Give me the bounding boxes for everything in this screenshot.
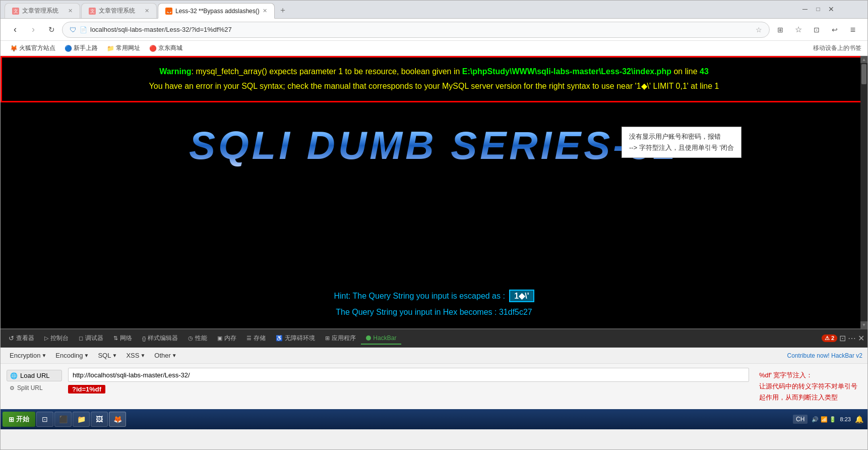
tab-favicon-1: 文 (12, 8, 19, 15)
reload-button[interactable]: ↻ (44, 22, 59, 37)
other-label: Other (154, 352, 171, 359)
hackbar-url-highlight-row: ?id=1%df (68, 385, 749, 393)
scroll-thumb[interactable] (861, 64, 866, 84)
forward-button[interactable]: › (26, 22, 41, 37)
hackbar-content: Encryption ▼ Encoding ▼ SQL ▼ XSS ▼ Othe… (1, 348, 867, 409)
bookmark-jd[interactable]: 🔴 京东商城 (146, 43, 186, 53)
devtools-tab-style[interactable]: {} 样式编辑器 (137, 332, 183, 345)
bookmark-label-1: 火狐官方站点 (19, 44, 55, 52)
start-button[interactable]: ⊞ 开始 (3, 412, 35, 427)
tab-label-2: 文章管理系统 (99, 7, 135, 15)
error-line1: Warning: mysql_fetch_array() expects par… (12, 65, 856, 79)
taskbar-btn-5[interactable]: 🦊 (109, 412, 126, 427)
hackbar-annotation: %df' 宽字节注入： 让源代码中的转义字符不对单引号 起作用，从而判断注入类型 (755, 368, 861, 405)
devtools-tab-debugger[interactable]: ◻ 调试器 (74, 332, 108, 345)
perf-icon: ◷ (188, 335, 193, 342)
load-url-label: Load URL (20, 372, 50, 379)
hackbar-menu-sql[interactable]: SQL ▼ (94, 350, 121, 361)
tab-label-3: Less-32 **Bypass addslashes() (175, 8, 260, 15)
bookmark-firefox[interactable]: 🦊 火狐官方站点 (7, 43, 59, 53)
hackbar-url-input[interactable] (68, 368, 749, 382)
devtools-close-btn[interactable]: ✕ (858, 333, 864, 343)
devtools-tab-perf[interactable]: ◷ 性能 (183, 332, 212, 345)
devtools-tab-hackbar[interactable]: HackBar (361, 332, 401, 345)
load-url-button[interactable]: 🌐 Load URL (7, 370, 62, 381)
shield-icon: 🛡 (70, 26, 77, 34)
scroll-up[interactable]: ▲ (860, 56, 867, 63)
new-tab-btn[interactable]: ＋ (276, 3, 290, 17)
style-icon: {} (142, 335, 146, 342)
scroll-down[interactable]: ▼ (860, 321, 867, 328)
bookmark-star-icon[interactable]: ☆ (756, 26, 762, 34)
taskbar-btn-3[interactable]: 📁 (73, 412, 90, 427)
hackbar-annotation-line1: %df' 宽字节注入： (759, 370, 857, 381)
tab-favicon-2: 文 (89, 8, 96, 15)
address-bar[interactable]: 🛡 📄 localhost/sqli-labs-master/Less-32/?… (62, 22, 770, 38)
hint-line2: The Query String you input in Hex become… (1, 304, 867, 320)
hackbar-menu-xss[interactable]: XSS ▼ (122, 350, 149, 361)
devtools-tab-console[interactable]: ▷ 控制台 (39, 332, 74, 345)
hackbar-dot-icon (366, 335, 371, 341)
qr-button[interactable]: ⊞ (773, 22, 788, 37)
tab-3-active[interactable]: 🦊 Less-32 **Bypass addslashes() ✕ (158, 3, 275, 19)
taskbar-notification[interactable]: 🔔 (855, 415, 863, 423)
back-button[interactable]: ‹ (8, 22, 23, 37)
devtools-right-controls: ⚠ 2 ⊡ ⋯ ✕ (822, 333, 864, 343)
split-url-button[interactable]: ⚙ Split URL (7, 383, 62, 392)
taskbar-btn-4[interactable]: 🖼 (91, 412, 108, 427)
taskbar-time: 8:23 (840, 416, 851, 423)
start-icon: ⊞ (9, 416, 14, 423)
bookmark-beginner[interactable]: 🔵 新手上路 (61, 43, 101, 53)
devtools-tabs: ↺ 查看器 ▷ 控制台 ◻ 调试器 ⇅ 网络 {} 样式编辑器 ◷ 性能 (1, 329, 867, 348)
hint-area: Hint: The Query String you input is esca… (1, 283, 867, 328)
devtools-tab-app[interactable]: ⊞ 应用程序 (320, 332, 361, 345)
bookmark-sites[interactable]: 📁 常用网址 (103, 43, 144, 53)
contribute-text[interactable]: Contribute now! HackBar v2 (787, 352, 862, 359)
hackbar-annotation-line3: 起作用，从而判断注入类型 (759, 392, 857, 403)
hackbar-input-area: ?id=1%df (68, 368, 749, 405)
window-maximize[interactable]: □ (812, 3, 824, 15)
container-button[interactable]: ⊡ (809, 22, 824, 37)
devtools-tab-network[interactable]: ⇅ 网络 (108, 332, 137, 345)
split-url-label: Split URL (17, 384, 43, 391)
address-text: localhost/sqli-labs-master/Less-32/?id=1… (90, 26, 753, 33)
tab-2[interactable]: 文 文章管理系统 ✕ (81, 3, 157, 18)
tab-close-2[interactable]: ✕ (145, 8, 149, 14)
split-url-icon: ⚙ (10, 385, 15, 391)
bookmark-label-4: 京东商城 (158, 44, 182, 52)
devtools-more-btn[interactable]: ⋯ (848, 333, 856, 343)
encoding-arrow-icon: ▼ (84, 353, 89, 358)
devtools-tab-storage[interactable]: ☰ 存储 (241, 332, 271, 345)
tab-1[interactable]: 文 文章管理系统 ✕ (5, 3, 80, 18)
devtools-tab-memory[interactable]: ▣ 内存 (212, 332, 241, 345)
window-minimize[interactable]: ─ (799, 3, 811, 15)
tab-close-1[interactable]: ✕ (68, 8, 73, 14)
hackbar-menu-encoding[interactable]: Encoding ▼ (51, 350, 93, 361)
taskbar-btn-1[interactable]: ⊡ (36, 412, 53, 427)
hackbar-tab-label: HackBar (373, 334, 396, 342)
doc-icon: 📄 (80, 26, 87, 33)
debugger-icon: ◻ (79, 335, 83, 342)
hackbar-menu-encryption[interactable]: Encryption ▼ (6, 350, 50, 361)
folder-icon: 📁 (107, 45, 114, 52)
tab-close-3[interactable]: ✕ (263, 8, 267, 14)
storage-icon: ☰ (246, 335, 252, 342)
bookmarks-bar: 🦊 火狐官方站点 🔵 新手上路 📁 常用网址 🔴 京东商城 移动设备上的书签 (1, 41, 867, 56)
back-arrow2[interactable]: ↩ (827, 22, 842, 37)
style-label: 样式编辑器 (148, 334, 178, 343)
hackbar-menu-other[interactable]: Other ▼ (150, 350, 180, 361)
menu-button[interactable]: ≡ (845, 22, 860, 37)
devtools-tab-a11y[interactable]: ♿ 无障碍环境 (271, 332, 320, 345)
taskbar-btn-2[interactable]: ⬛ (54, 412, 72, 427)
error-box: Warning: mysql_fetch_array() expects par… (1, 56, 867, 102)
devtools-dock-btn[interactable]: ⊡ (839, 333, 846, 343)
devtools-panel: ↺ 查看器 ▷ 控制台 ◻ 调试器 ⇅ 网络 {} 样式编辑器 ◷ 性能 (1, 328, 867, 409)
star-button[interactable]: ☆ (791, 22, 806, 37)
console-icon: ▷ (44, 335, 48, 342)
window-close[interactable]: ✕ (825, 3, 837, 15)
beginner-icon: 🔵 (65, 45, 72, 52)
taskbar-icons: 🔊 📶 🔋 (812, 416, 836, 423)
scrollbar[interactable]: ▲ ▼ (860, 56, 867, 328)
devtools-tab-inspector[interactable]: ↺ 查看器 (4, 332, 39, 345)
app-label: 应用程序 (332, 334, 356, 343)
